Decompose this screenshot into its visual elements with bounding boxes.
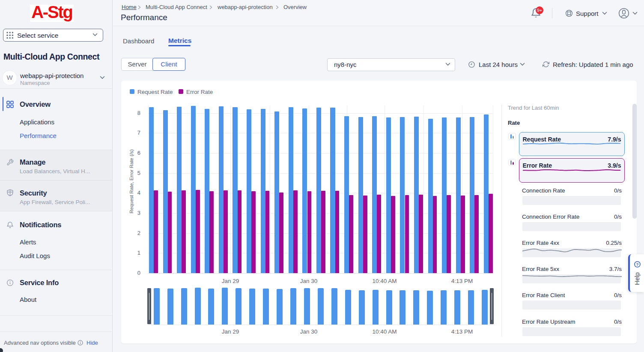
svg-text:?: ?	[636, 262, 639, 266]
